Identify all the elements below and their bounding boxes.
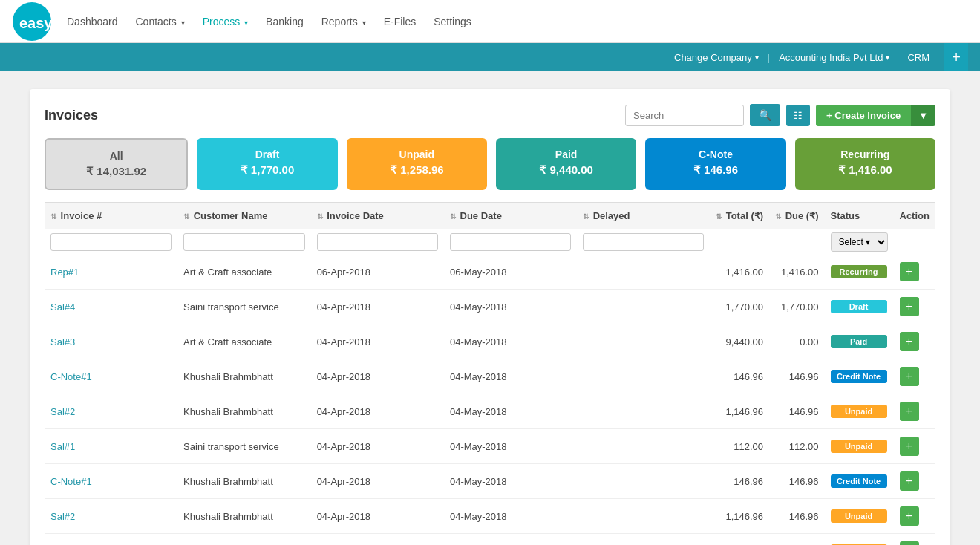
cell-invoice-date-0: 06-Apr-2018 [311,255,444,290]
cell-action-7: + [894,499,936,534]
status-card-paid[interactable]: Paid ₹ 9,440.00 [496,138,636,190]
action-add-button-4[interactable]: + [900,402,919,421]
cell-due-date-6: 04-May-2018 [444,464,577,499]
nav-settings[interactable]: Settings [434,16,471,27]
nav-efiles[interactable]: E-Files [384,16,416,27]
action-add-button-3[interactable]: + [900,367,919,386]
company-arrow: ▾ [886,53,889,62]
status-badge-7: Unpaid [831,509,887,523]
action-add-button-2[interactable]: + [900,332,919,351]
cell-delayed-1 [577,290,710,324]
col-due[interactable]: ⇅ Due (₹) [769,203,824,229]
action-add-button-7[interactable]: + [900,506,919,526]
table-header-row: ⇅ Invoice # ⇅ Customer Name ⇅ Invoice Da… [45,203,935,229]
filter-delayed-input[interactable] [583,233,704,251]
nav-contacts[interactable]: Contacts ▾ [136,16,185,27]
col-total[interactable]: ⇅ Total (₹) [710,203,769,229]
action-add-button-0[interactable]: + [900,262,919,281]
cell-invoice-6[interactable]: C-Note#1 [45,464,177,499]
status-card-recurring[interactable]: Recurring ₹ 1,416.00 [795,138,935,190]
create-invoice-button[interactable]: + Create Invoice [816,105,911,126]
status-recurring-amount: ₹ 1,416.00 [803,163,928,177]
change-company-button[interactable]: Change Company ▾ [665,52,768,63]
cell-total-4: 1,146.96 [710,394,769,429]
card-header: Invoices 🔍 ☷ + Create Invoice ▼ [45,104,935,126]
status-cards: All ₹ 14,031.92 Draft ₹ 1,770.00 Unpaid … [45,138,935,190]
page-title: Invoices [45,108,625,123]
cell-invoice-7[interactable]: Sal#2 [45,499,177,534]
status-card-cnote[interactable]: C-Note ₹ 146.96 [645,138,785,190]
action-add-button-6[interactable]: + [900,471,919,491]
filter-status-select[interactable]: Select ▾ [831,232,888,252]
status-card-draft[interactable]: Draft ₹ 1,770.00 [197,138,337,190]
action-add-button-5[interactable]: + [900,437,919,456]
cell-due-0: 1,416.00 [769,255,824,290]
cell-due-date-2: 04-May-2018 [444,324,577,359]
col-customer-name[interactable]: ⇅ Customer Name [177,203,311,229]
cell-customer-6: Khushali Brahmbhatt [177,464,311,499]
col-action: Action [894,203,936,229]
cell-invoice-2[interactable]: Sal#3 [45,324,177,359]
nav-dashboard[interactable]: Dashboard [67,16,118,27]
cell-invoice-1[interactable]: Sal#4 [45,290,177,324]
status-card-all[interactable]: All ₹ 14,031.92 [45,138,188,190]
filter-customer-input[interactable] [183,233,305,251]
col-delayed[interactable]: ⇅ Delayed [577,203,710,229]
cell-invoice-4[interactable]: Sal#2 [45,394,177,429]
status-all-amount: ₹ 14,031.92 [53,165,179,178]
cell-invoice-date-6: 04-Apr-2018 [311,464,444,499]
filter-due-date-input[interactable] [450,233,571,251]
filter-invoice-date-input[interactable] [317,233,438,251]
table-row: Sal#3 Art & Craft associate 04-Apr-2018 … [45,324,935,359]
col-invoice-date[interactable]: ⇅ Invoice Date [311,203,444,229]
col-due-date[interactable]: ⇅ Due Date [444,203,577,229]
action-add-button-8[interactable]: + [900,541,919,545]
table-row: Sal#2 Khushali Brahmbhatt 04-Apr-2018 04… [45,394,935,429]
company-name-button[interactable]: Accounting India Pvt Ltd ▾ [770,52,898,63]
col-status: Status [825,203,894,229]
main-nav: Dashboard Contacts ▾ Process ▾ Banking R… [67,16,968,27]
cell-due-date-3: 04-May-2018 [444,359,577,394]
nav-banking[interactable]: Banking [266,16,304,27]
table-row: C-Note#1 Khushali Brahmbhatt 04-Apr-2018… [45,359,935,394]
top-nav: easy Dashboard Contacts ▾ Process ▾ Bank… [0,0,980,43]
create-invoice-group: + Create Invoice ▼ [816,105,935,126]
status-badge-4: Unpaid [831,405,887,418]
cell-invoice-0[interactable]: Rep#1 [45,255,177,290]
create-invoice-dropdown[interactable]: ▼ [911,105,935,126]
cell-delayed-4 [577,394,710,429]
grid-view-button[interactable]: ☷ [786,105,810,126]
cell-due-date-0: 06-May-2018 [444,255,577,290]
cell-due-5: 112.00 [769,429,824,464]
add-button[interactable]: + [944,43,968,71]
crm-button[interactable]: CRM [898,52,938,63]
cell-action-5: + [894,429,936,464]
cell-invoice-8[interactable]: Sal#1 [45,534,177,546]
filter-invoice-input[interactable] [50,233,172,251]
main-content: Invoices 🔍 ☷ + Create Invoice ▼ All ₹ 14… [0,71,980,545]
col-invoice-num[interactable]: ⇅ Invoice # [45,203,177,229]
cell-delayed-3 [577,359,710,394]
status-unpaid-label: Unpaid [354,149,480,160]
cell-status-1: Draft [825,290,894,324]
cell-due-6: 146.96 [769,464,824,499]
search-input[interactable] [625,105,744,126]
cell-invoice-3[interactable]: C-Note#1 [45,359,177,394]
cell-total-2: 9,440.00 [710,324,769,359]
status-card-unpaid[interactable]: Unpaid ₹ 1,258.96 [347,138,487,190]
status-badge-6: Credit Note [831,474,887,488]
nav-process[interactable]: Process ▾ [203,16,248,27]
nav-reports[interactable]: Reports ▾ [321,16,366,27]
cell-delayed-6 [577,464,710,499]
table-row: Sal#1 Saini transport service 04-Apr-201… [45,429,935,464]
search-button[interactable]: 🔍 [750,104,780,126]
action-add-button-1[interactable]: + [900,297,919,316]
cell-invoice-date-3: 04-Apr-2018 [311,359,444,394]
status-cnote-label: C-Note [653,149,778,160]
process-arrow: ▾ [244,19,248,27]
cell-invoice-date-7: 04-Apr-2018 [311,499,444,534]
logo[interactable]: easy [12,1,52,42]
cell-invoice-5[interactable]: Sal#1 [45,429,177,464]
cell-due-date-4: 04-May-2018 [444,394,577,429]
cell-delayed-8 [577,534,710,546]
